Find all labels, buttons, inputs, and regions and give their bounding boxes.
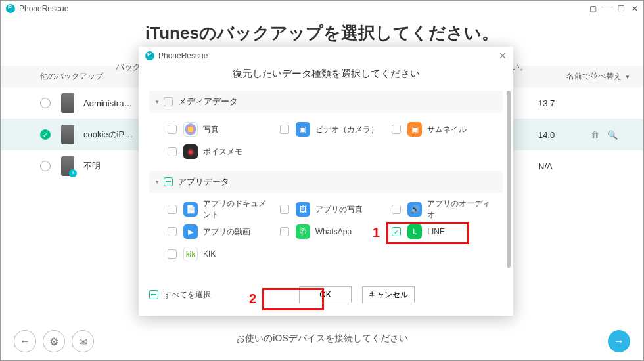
window-controls: ▢ — ❐ ✕ [589,4,638,13]
data-item-memo[interactable]: ボイスメモ [168,142,273,161]
item-label: アプリの写真 [315,204,363,215]
item-label: サムネイル [427,124,467,135]
modal-titlebar: PhoneRescue ✕ [139,47,513,65]
item-checkbox[interactable] [392,227,401,236]
data-item-appaudio[interactable]: アプリのオーディオ [392,200,497,219]
item-label: ボイスメモ [203,146,242,158]
section-title: メディアデータ [178,96,238,108]
item-checkbox[interactable] [280,227,289,236]
item-checkbox[interactable] [168,205,177,214]
section-app[interactable]: ▼ アプリデータ [149,171,503,193]
photos-icon [183,122,198,137]
memo-icon [183,144,198,159]
appdoc-icon [183,202,198,217]
line-icon [407,224,422,239]
chevron-down-icon: ▼ [625,74,630,80]
data-item-video[interactable]: ビデオ（カメラ） [280,119,386,139]
select-all-label: すべてを選択 [164,289,211,301]
data-item-whatsapp[interactable]: WhatsApp [280,222,386,242]
back-button[interactable]: ← [14,330,36,352]
maximize-icon[interactable]: ▢ [589,4,597,13]
scrollbar[interactable] [507,91,511,268]
app-logo-icon [145,51,154,60]
device-icon [61,125,74,144]
data-item-kik[interactable]: kikKIK [168,244,273,264]
radio-icon[interactable] [40,161,51,171]
data-item-appvideo[interactable]: アプリの動画 [168,222,273,242]
modal-body: ▼ メディアデータ 写真ビデオ（カメラ）サムネイルボイスメモ ▼ アプリデータ … [139,91,513,281]
kik-icon: kik [183,247,198,261]
trash-icon[interactable]: 🗑 [591,130,599,140]
modal-heading: 復元したいデータ種類を選択してください [139,65,513,88]
backup-version: 14.0 [538,130,591,140]
thumb-icon [407,122,422,137]
item-checkbox[interactable] [168,249,177,259]
modal-close-icon[interactable]: ✕ [499,51,507,61]
section-checkbox[interactable] [164,177,173,186]
ok-button[interactable]: OK [299,286,352,303]
settings-button[interactable]: ⚙ [43,330,65,352]
title-bar: PhoneRescue ▢ — ❐ ✕ [1,1,643,16]
select-all[interactable]: すべてを選択 [149,289,211,301]
search-icon[interactable]: 🔍 [607,130,618,140]
item-checkbox[interactable] [168,125,177,134]
chevron-down-icon: ▼ [154,99,160,105]
item-checkbox[interactable] [392,125,401,134]
app-items: アプリのドキュメントアプリの写真アプリのオーディオアプリの動画WhatsAppL… [149,196,503,270]
item-checkbox[interactable] [168,147,177,156]
sort-label: 名前で並べ替え [566,72,622,81]
select-all-checkbox[interactable] [149,290,158,299]
item-label: KIK [203,249,216,259]
item-label: 写真 [203,124,219,135]
item-checkbox[interactable] [168,227,177,236]
next-button[interactable]: → [608,330,630,352]
item-label: ビデオ（カメラ） [315,124,379,135]
item-label: アプリのドキュメント [203,198,273,221]
app-name: PhoneRescue [19,4,68,13]
modal-app-name: PhoneRescue [158,51,208,60]
device-icon [61,156,74,176]
item-label: アプリのオーディオ [427,198,497,221]
app-logo-icon [6,4,15,13]
item-label: WhatsApp [315,227,352,236]
section-title: アプリデータ [178,176,229,188]
radio-icon[interactable] [40,98,51,108]
modal-footer: すべてを選択 OK キャンセル [139,281,513,303]
row-actions: 🗑 🔍 [591,130,630,140]
media-items: 写真ビデオ（カメラ）サムネイルボイスメモ [149,116,503,168]
chevron-down-icon: ▼ [154,179,160,185]
data-item-thumb[interactable]: サムネイル [392,119,497,139]
section-media[interactable]: ▼ メディアデータ [149,91,503,113]
device-icon [61,93,74,113]
data-item-appdoc[interactable]: アプリのドキュメント [168,200,273,219]
item-checkbox[interactable] [280,125,289,134]
page-title: iTunesのバックアップを選択してください。 [1,16,643,47]
backup-version: 13.7 [538,98,591,108]
modal-buttons: OK キャンセル [299,286,415,303]
video-icon [296,122,310,137]
item-checkbox[interactable] [392,205,401,214]
data-type-modal: PhoneRescue ✕ 復元したいデータ種類を選択してください ▼ メディア… [139,47,513,316]
appvideo-icon [183,224,198,239]
backup-version: N/A [538,161,591,171]
data-item-appphoto[interactable]: アプリの写真 [280,200,386,219]
section-checkbox[interactable] [164,97,173,106]
close-icon[interactable]: ✕ [632,4,638,13]
mail-button[interactable]: ✉ [72,330,94,352]
appaudio-icon [407,202,422,217]
footer-bar: ← ⚙ ✉ → [1,330,643,352]
whatsapp-icon [296,224,310,239]
item-label: アプリの動画 [203,226,250,238]
appphoto-icon [296,202,310,217]
data-item-line[interactable]: LINE [392,222,497,242]
item-label: LINE [427,227,445,236]
minimize-icon[interactable]: — [603,4,611,13]
radio-icon[interactable] [40,129,51,140]
data-item-photos[interactable]: 写真 [168,119,273,139]
cancel-button[interactable]: キャンセル [362,286,415,303]
item-checkbox[interactable] [280,205,289,214]
restore-icon[interactable]: ❐ [618,4,625,13]
